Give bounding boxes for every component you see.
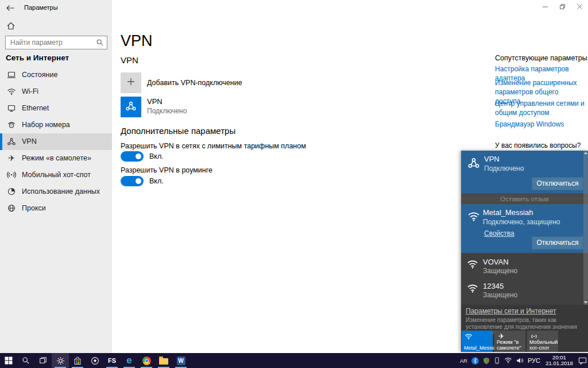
vpn-section-title: VPN bbox=[121, 55, 138, 65]
wifi-disconnect-button[interactable]: Отключиться bbox=[532, 236, 583, 250]
ethernet-icon bbox=[7, 103, 16, 113]
vpn-connection-name: VPN bbox=[147, 97, 163, 106]
tile-label: Мобильный хот-спот bbox=[529, 340, 557, 351]
network-settings-link[interactable]: Параметры сети и Интернет bbox=[466, 307, 556, 315]
start-button[interactable] bbox=[0, 353, 17, 368]
scroll-up-icon[interactable] bbox=[584, 152, 587, 154]
vpn-icon bbox=[7, 137, 16, 146]
dimmed-feedback-text: Оставить отзыв bbox=[461, 193, 588, 204]
desktop: Параметры Сеть и Интернет Состояние Wi-F… bbox=[0, 0, 588, 368]
tile-airplane-mode[interactable]: ✈ Режим "в самолете" bbox=[494, 331, 525, 352]
taskbar-apps: FS e W bbox=[0, 353, 189, 368]
advanced-section-title: Дополнительные параметры bbox=[121, 126, 235, 136]
sidebar-item-vpn[interactable]: VPN bbox=[0, 133, 112, 150]
antivirus-icon[interactable] bbox=[483, 357, 490, 365]
wifi-icon bbox=[467, 258, 478, 270]
search-input[interactable] bbox=[6, 36, 93, 49]
sidebar-item-label: VPN bbox=[22, 137, 37, 145]
phone-icon[interactable] bbox=[494, 356, 500, 365]
sidebar-item-status[interactable]: Состояние bbox=[0, 67, 112, 83]
data-usage-icon bbox=[7, 187, 16, 196]
sidebar-item-label: Ethernet bbox=[22, 104, 49, 112]
tile-label: Режим "в самолете" bbox=[497, 340, 524, 351]
titlebar: Параметры bbox=[0, 0, 112, 17]
record-app-icon[interactable] bbox=[86, 353, 103, 368]
taskbar-settings-icon[interactable] bbox=[52, 353, 69, 368]
toggle-roaming[interactable] bbox=[121, 176, 144, 186]
sidebar-item-hotspot[interactable]: Мобильный хот-спот bbox=[0, 167, 112, 183]
vpn-icon bbox=[125, 100, 137, 114]
window-title: Параметры bbox=[24, 4, 58, 11]
sidebar-item-label: Прокси bbox=[22, 204, 46, 212]
flyout-vpn-name: VPN bbox=[484, 155, 500, 163]
taskbar-clock[interactable]: 20:01 21.01.2018 bbox=[544, 355, 574, 367]
clock-date: 21.01.2018 bbox=[544, 361, 574, 367]
flyout-vpn-item[interactable]: VPN Подключено Отключиться bbox=[461, 151, 588, 193]
word-icon[interactable]: W bbox=[172, 353, 189, 368]
file-explorer-icon[interactable] bbox=[155, 353, 172, 368]
wifi-properties-link[interactable]: Свойства bbox=[484, 229, 514, 237]
faststone-icon[interactable]: FS bbox=[103, 353, 121, 368]
quick-action-tiles: Metal_Messiah ✈ Режим "в самолете" Мобил… bbox=[462, 331, 558, 352]
task-view-icon[interactable] bbox=[34, 353, 52, 368]
network-name: VOVAN bbox=[483, 258, 509, 266]
tile-wifi[interactable]: Metal_Messiah bbox=[462, 331, 493, 352]
flyout-wifi-name: Metal_Messiah bbox=[483, 208, 533, 217]
restore-button[interactable] bbox=[554, 0, 571, 13]
close-button[interactable] bbox=[571, 0, 588, 13]
minimize-button[interactable] bbox=[536, 0, 554, 13]
network-list-item[interactable]: VOVAN Защищено bbox=[461, 255, 588, 279]
store-icon[interactable] bbox=[69, 353, 86, 368]
sidebar-item-airplane-mode[interactable]: ✈ Режим «в самолете» bbox=[0, 150, 112, 167]
toggle-metered[interactable] bbox=[121, 151, 144, 162]
taskbar-search-icon[interactable] bbox=[17, 353, 34, 368]
flyout-footer: Параметры сети и Интернет Изменение пара… bbox=[461, 305, 588, 352]
tray-wifi-icon[interactable] bbox=[504, 357, 512, 364]
link-firewall[interactable]: Брандмауэр Windows bbox=[495, 120, 585, 129]
toggle-metered-state: Вкл. bbox=[149, 152, 164, 160]
toggle-roaming-state: Вкл. bbox=[149, 177, 164, 185]
sidebar-item-ethernet[interactable]: Ethernet bbox=[0, 100, 112, 117]
taskbar: FS e W AR bbox=[0, 353, 588, 368]
sidebar-item-dialup[interactable]: Набор номера bbox=[0, 117, 112, 133]
scroll-down-icon[interactable] bbox=[584, 301, 587, 304]
vpn-icon bbox=[467, 156, 480, 169]
flyout-wifi-connected-item[interactable]: Metal_Messiah Подключено, защищено Свойс… bbox=[461, 204, 588, 253]
action-center-icon[interactable] bbox=[578, 356, 587, 365]
proxy-icon bbox=[7, 204, 16, 213]
tile-label: Metal_Messiah bbox=[464, 346, 492, 351]
language-indicator[interactable]: РУС bbox=[528, 357, 540, 364]
vpn-connection-item[interactable] bbox=[121, 97, 141, 117]
sidebar-item-label: Мобильный хот-спот bbox=[22, 171, 91, 179]
back-icon[interactable] bbox=[6, 3, 16, 13]
chrome-icon[interactable] bbox=[138, 353, 155, 368]
toggle-roaming-label: Разрешить VPN в роуминге bbox=[121, 166, 212, 174]
sidebar-item-label: Использование данных bbox=[22, 187, 100, 195]
related-settings-title: Сопутствующие параметры bbox=[495, 54, 587, 62]
edge-icon[interactable]: e bbox=[121, 353, 138, 368]
network-list-item[interactable]: 12345 Защищено bbox=[461, 279, 588, 304]
flyout-scrollbar[interactable] bbox=[583, 151, 588, 305]
add-vpn-label[interactable]: Добавить VPN-подключение bbox=[147, 79, 242, 87]
bluetooth-icon[interactable] bbox=[471, 357, 479, 365]
network-name: 12345 bbox=[483, 282, 504, 290]
add-vpn-button[interactable] bbox=[121, 72, 141, 93]
page-title: VPN bbox=[121, 32, 153, 50]
link-network-center[interactable]: Центр управления сетями и общим доступом bbox=[495, 99, 585, 117]
plus-icon bbox=[126, 77, 136, 89]
search-icon[interactable] bbox=[96, 39, 104, 49]
sidebar-item-proxy[interactable]: Прокси bbox=[0, 200, 112, 217]
toggle-metered-label: Разрешить VPN в сетях с лимитным тарифны… bbox=[121, 142, 306, 150]
tray-app-icon[interactable]: AR bbox=[460, 358, 467, 364]
home-icon[interactable] bbox=[6, 21, 16, 33]
network-status: Защищено bbox=[483, 291, 517, 299]
tile-mobile-hotspot[interactable]: Мобильный хот-спот bbox=[527, 331, 558, 352]
sidebar-item-data-usage[interactable]: Использование данных bbox=[0, 183, 112, 200]
vpn-connection-status: Подключено bbox=[147, 107, 187, 115]
hotspot-icon bbox=[7, 170, 16, 179]
wifi-icon bbox=[7, 87, 16, 96]
sidebar-item-wifi[interactable]: Wi-Fi bbox=[0, 83, 112, 100]
vpn-disconnect-button[interactable]: Отключиться bbox=[532, 177, 583, 190]
airplane-icon: ✈ bbox=[7, 154, 16, 163]
volume-icon[interactable] bbox=[516, 357, 524, 364]
